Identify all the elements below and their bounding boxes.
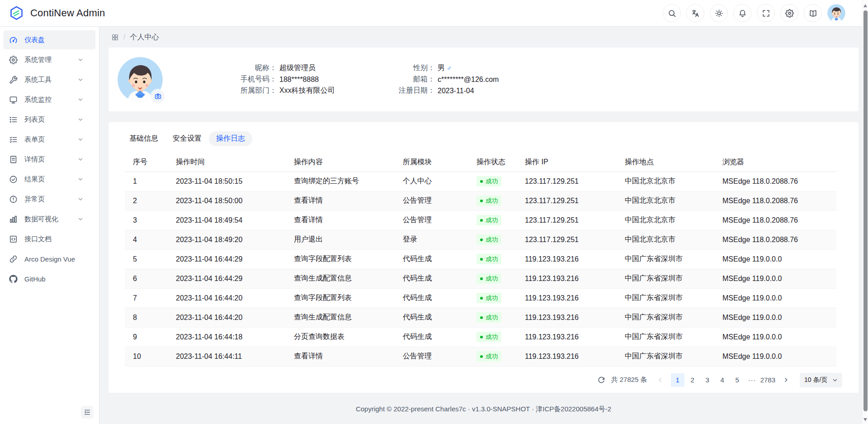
tab-basic-info[interactable]: 基础信息 bbox=[122, 131, 165, 146]
cell-content: 查看详情 bbox=[286, 347, 395, 366]
table-header-cell: 序号 bbox=[125, 153, 168, 172]
pagination-pages: 12345···2783 bbox=[671, 373, 775, 387]
table-row: 92023-11-04 16:44:18分页查询数据表代码生成成功119.123… bbox=[125, 327, 836, 347]
pagination-page-1[interactable]: 1 bbox=[671, 373, 684, 387]
notification-button[interactable] bbox=[733, 4, 751, 22]
cell-browser: MSEdge 118.0.2088.76 bbox=[714, 230, 836, 249]
pagination-next-button[interactable] bbox=[779, 373, 793, 387]
table-row: 12023-11-04 18:50:15查询绑定的三方账号个人中心成功123.1… bbox=[125, 172, 836, 191]
field-label: 注册日期： bbox=[363, 86, 435, 95]
table-row: 82023-11-04 16:44:20查询生成配置信息代码生成成功119.12… bbox=[125, 308, 836, 327]
chevron-down-icon bbox=[78, 97, 83, 102]
field-label: 邮箱： bbox=[363, 75, 435, 84]
cell-content: 查看详情 bbox=[286, 210, 395, 230]
cell-status: 成功 bbox=[468, 230, 517, 249]
language-button[interactable] bbox=[686, 4, 704, 22]
cell-content: 分页查询数据表 bbox=[286, 327, 395, 347]
cell-content: 用户退出 bbox=[286, 230, 395, 249]
pagination-ellipsis[interactable]: ··· bbox=[745, 376, 759, 384]
sidebar-item-api-docs[interactable]: 接口文档 bbox=[4, 229, 95, 248]
table-row: 62023-11-04 16:44:29查询生成配置信息代码生成成功119.12… bbox=[125, 269, 836, 288]
sidebar-item-label: GitHub bbox=[24, 275, 90, 283]
collapse-sidebar-button[interactable] bbox=[81, 406, 94, 419]
page-scrollbar[interactable] bbox=[862, 0, 868, 424]
scrollbar-down-arrow[interactable] bbox=[863, 418, 867, 421]
docs-button[interactable] bbox=[804, 4, 822, 22]
sidebar-item-system-management[interactable]: 系统管理 bbox=[4, 50, 95, 69]
profile-field: 注册日期：2023-11-04 bbox=[363, 85, 499, 96]
sidebar-item-system-monitor[interactable]: 系统监控 bbox=[4, 90, 95, 109]
sidebar-item-form-page[interactable]: 表单页 bbox=[4, 130, 95, 149]
sidebar-item-arco-design-vue[interactable]: Arco Design Vue bbox=[4, 249, 95, 268]
chevron-down-icon bbox=[78, 216, 83, 222]
tab-security[interactable]: 安全设置 bbox=[165, 131, 209, 146]
status-badge: 成功 bbox=[476, 351, 501, 362]
sidebar-item-github[interactable]: GitHub bbox=[4, 269, 95, 288]
check-circle-icon bbox=[9, 175, 18, 184]
status-badge: 成功 bbox=[476, 312, 501, 323]
table-header-cell: 操作地点 bbox=[617, 153, 714, 172]
table-row: 102023-11-04 16:44:11查看详情公告管理成功119.123.1… bbox=[125, 347, 836, 366]
page-size-select[interactable]: 10 条/页 bbox=[800, 373, 842, 387]
app-title: ContiNew Admin bbox=[30, 7, 105, 19]
search-icon bbox=[668, 9, 676, 18]
sidebar-item-exception-page[interactable]: 异常页 bbox=[4, 190, 95, 209]
breadcrumb: / 个人中心 bbox=[108, 27, 859, 48]
chevron-down-icon bbox=[78, 117, 83, 122]
status-dot-icon bbox=[480, 180, 483, 183]
apps-icon[interactable] bbox=[111, 33, 119, 41]
refresh-icon[interactable] bbox=[595, 374, 608, 386]
cell-module: 代码生成 bbox=[395, 269, 468, 288]
change-avatar-button[interactable] bbox=[151, 90, 165, 103]
file-icon bbox=[9, 155, 18, 164]
chevron-down-icon bbox=[78, 157, 83, 162]
tab-operation-log[interactable]: 操作日志 bbox=[209, 131, 252, 146]
cell-location: 中国广东省深圳市 bbox=[617, 308, 714, 327]
pagination-page-2[interactable]: 2 bbox=[686, 373, 699, 387]
pagination-prev-button[interactable] bbox=[654, 373, 667, 387]
cell-location: 中国广东省深圳市 bbox=[617, 347, 714, 366]
cell-browser: MSEdge 119.0.0.0 bbox=[714, 347, 836, 366]
sidebar-item-detail-page[interactable]: 详情页 bbox=[4, 150, 95, 169]
sidebar-item-result-page[interactable]: 结果页 bbox=[4, 170, 95, 189]
theme-button[interactable] bbox=[710, 4, 728, 22]
chevron-down-icon bbox=[78, 196, 83, 202]
cell-module: 代码生成 bbox=[395, 249, 468, 269]
hexagon-logo-icon bbox=[8, 5, 25, 22]
settings-button[interactable] bbox=[780, 4, 798, 22]
sidebar-item-dashboard[interactable]: 仪表盘 bbox=[4, 30, 95, 49]
pagination-page-4[interactable]: 4 bbox=[716, 373, 729, 387]
pagination-page-5[interactable]: 5 bbox=[731, 373, 744, 387]
search-button[interactable] bbox=[663, 4, 681, 22]
gear-icon bbox=[785, 9, 794, 18]
profile-card: 昵称：超级管理员手机号码：188****8888所属部门：Xxx科技有限公司 性… bbox=[108, 48, 859, 111]
sidebar-item-system-tools[interactable]: 系统工具 bbox=[4, 70, 95, 89]
pagination-page-2783[interactable]: 2783 bbox=[760, 373, 775, 387]
cell-time: 2023-11-04 18:49:54 bbox=[168, 210, 286, 230]
navbar-actions bbox=[663, 4, 845, 22]
profile-info-left: 昵称：超级管理员手机号码：188****8888所属部门：Xxx科技有限公司 bbox=[204, 62, 363, 96]
scrollbar-up-arrow[interactable] bbox=[863, 4, 867, 7]
pagination-total: 共 27825 条 bbox=[611, 376, 647, 384]
sidebar-item-list-page[interactable]: 列表页 bbox=[4, 110, 95, 129]
chevron-down-icon bbox=[78, 176, 83, 182]
profile-info: 昵称：超级管理员手机号码：188****8888所属部门：Xxx科技有限公司 性… bbox=[204, 62, 499, 96]
male-icon: ♂ bbox=[447, 64, 452, 72]
dashboard-icon bbox=[9, 36, 18, 44]
profile-field: 所属部门：Xxx科技有限公司 bbox=[204, 85, 363, 96]
cell-module: 代码生成 bbox=[395, 308, 468, 327]
cell-time: 2023-11-04 16:44:20 bbox=[168, 308, 286, 327]
cell-time: 2023-11-04 18:49:20 bbox=[168, 230, 286, 249]
pagination-page-3[interactable]: 3 bbox=[701, 373, 714, 387]
status-badge: 成功 bbox=[476, 234, 501, 245]
scrollbar-thumb[interactable] bbox=[863, 10, 868, 411]
user-avatar[interactable] bbox=[827, 4, 845, 22]
fullscreen-button[interactable] bbox=[757, 4, 775, 22]
cell-module: 公告管理 bbox=[395, 347, 468, 366]
sidebar-item-data-visualization[interactable]: 数据可视化 bbox=[4, 210, 95, 229]
tabs: 基础信息安全设置操作日志 bbox=[122, 131, 859, 146]
cell-status: 成功 bbox=[468, 210, 517, 230]
table-header-cell: 操作 IP bbox=[517, 153, 617, 172]
cell-location: 中国广东省深圳市 bbox=[617, 288, 714, 308]
sidebar-menu: 仪表盘系统管理系统工具系统监控列表页表单页详情页结果页异常页数据可视化接口文档A… bbox=[0, 30, 99, 288]
